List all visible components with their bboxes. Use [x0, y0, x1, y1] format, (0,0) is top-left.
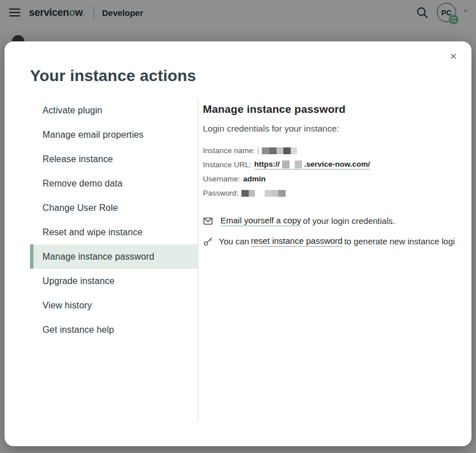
- menu-item-remove-demo-data[interactable]: Remove demo data: [30, 171, 198, 196]
- panel-intro-text: Login credentials for your instance:: [203, 124, 451, 134]
- instance-name-row: Instance name:: [203, 143, 451, 158]
- close-icon[interactable]: ×: [450, 50, 457, 62]
- username-label: Username:: [203, 175, 240, 183]
- modal-title: Your instance actions: [30, 67, 471, 85]
- key-icon: [203, 236, 213, 247]
- url-suffix: .service-now.com/: [304, 160, 371, 168]
- username-value: admin: [243, 175, 266, 183]
- password-label: Password:: [203, 189, 239, 197]
- password-row: Password:: [203, 186, 451, 200]
- menu-item-reset-and-wipe-instance[interactable]: Reset and wipe instance: [30, 220, 198, 244]
- menu-item-upgrade-instance[interactable]: Upgrade instance: [30, 269, 198, 293]
- menu-item-activate-plugin[interactable]: Activate plugin: [30, 98, 198, 122]
- redacted-url-middle: [282, 160, 302, 168]
- menu-item-change-user-role[interactable]: Change User Role: [30, 196, 198, 220]
- redacted-password: [241, 190, 286, 197]
- redacted-instance-name: [262, 147, 297, 154]
- menu-item-get-instance-help[interactable]: Get instance help: [30, 317, 198, 342]
- reset-password-row: You can reset instance password to gener…: [203, 236, 451, 247]
- menu-item-view-history[interactable]: View history: [30, 293, 198, 317]
- instance-actions-modal: × Your instance actions Activate plugin …: [5, 41, 471, 446]
- url-prefix: https://: [254, 160, 280, 168]
- reset-action-pre: You can: [219, 236, 249, 246]
- credential-actions: Email yourself a copy of your login cred…: [203, 215, 451, 247]
- menu-item-manage-instance-password[interactable]: Manage instance password: [30, 244, 198, 269]
- manage-instance-password-panel: Manage instance password Login credentia…: [198, 98, 471, 421]
- credentials-block: Instance name: Instance URL: https:// .s…: [203, 143, 451, 200]
- reset-instance-password-link[interactable]: reset instance password: [251, 236, 343, 247]
- instance-url-link[interactable]: https:// .service-now.com/: [254, 160, 371, 170]
- email-action-text: of your login credentials.: [303, 216, 396, 226]
- instance-url-label: Instance URL:: [203, 160, 252, 169]
- instance-name-label: Instance name:: [203, 146, 255, 155]
- redaction-cursor-bar: [258, 147, 258, 154]
- panel-heading: Manage instance password: [203, 103, 451, 116]
- username-row: Username: admin: [203, 172, 451, 186]
- menu-item-manage-email-properties[interactable]: Manage email properties: [30, 122, 198, 147]
- email-yourself-link[interactable]: Email yourself a copy: [220, 215, 301, 226]
- reset-action-rest: to generate new instance logi: [344, 236, 454, 246]
- instance-url-row: Instance URL: https:// .service-now.com/: [203, 158, 451, 172]
- email-credentials-row: Email yourself a copy of your login cred…: [203, 215, 451, 226]
- instance-actions-menu: Activate plugin Manage email properties …: [30, 98, 198, 421]
- menu-item-release-instance[interactable]: Release instance: [30, 147, 198, 171]
- envelope-icon: [203, 216, 213, 226]
